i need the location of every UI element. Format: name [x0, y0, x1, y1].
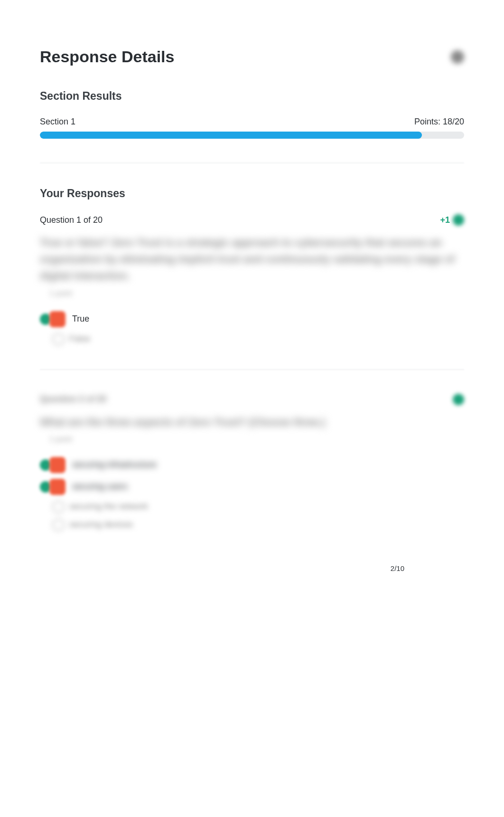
answer-label-blurred: securing the network — [69, 502, 148, 512]
answer-label-blurred: securing users — [72, 482, 128, 492]
question-sub-blurred: 1 point — [49, 435, 464, 444]
question-number: Question 1 of 20 — [40, 215, 103, 225]
answer-label-blurred: securing infrastructure — [72, 460, 157, 470]
section-results-heading: Section Results — [40, 90, 464, 103]
answer-row-blurred: False — [52, 333, 464, 345]
question-points: +1 — [440, 214, 464, 226]
answer-row-blurred: securing devices — [52, 519, 464, 531]
answer-row-blurred: securing the network — [52, 501, 464, 513]
section-label: Section 1 — [40, 117, 75, 127]
page-title: Response Details — [40, 48, 174, 66]
points-value: +1 — [440, 215, 450, 225]
progress-bar — [40, 132, 464, 139]
answer-row: True — [40, 311, 464, 327]
page-number: 2/10 — [391, 564, 404, 572]
radio-empty-icon — [52, 333, 65, 345]
answer-label-blurred: False — [69, 334, 90, 344]
radio-empty-icon — [52, 501, 65, 513]
selected-icon — [49, 457, 65, 473]
progress-fill — [40, 132, 422, 139]
selected-icon — [49, 311, 65, 327]
divider — [40, 369, 464, 370]
check-icon — [453, 394, 464, 405]
question-block-1: Question 1 of 20 +1 True or false? Zero … — [40, 214, 464, 345]
radio-empty-icon — [52, 519, 65, 531]
your-responses-heading: Your Responses — [40, 187, 464, 200]
answer-label-blurred: securing devices — [69, 520, 133, 530]
answer-row: securing infrastructure — [40, 457, 464, 473]
question-block-2: Question 2 of 20 What are the three aspe… — [40, 394, 464, 531]
answer-row: securing users — [40, 479, 464, 495]
check-icon — [453, 214, 464, 226]
question-number-blurred: Question 2 of 20 — [40, 394, 106, 404]
answer-label: True — [72, 314, 89, 324]
divider — [40, 162, 464, 163]
selected-icon — [49, 479, 65, 495]
header-badge-icon — [451, 50, 464, 64]
question-text-blurred: What are the three aspects of Zero Trust… — [40, 414, 464, 430]
section-points: Points: 18/20 — [414, 117, 464, 127]
question-text-blurred: True or false? Zero Trust is a strategic… — [40, 234, 464, 285]
question-sub-blurred: 1 point — [49, 289, 464, 298]
